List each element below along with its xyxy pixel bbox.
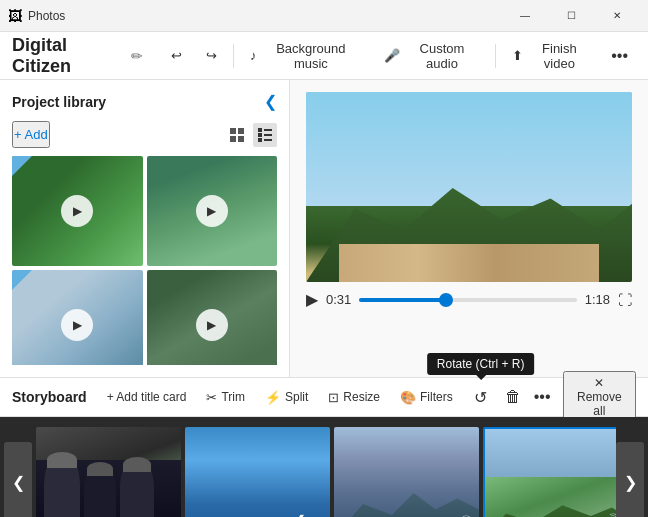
resize-button[interactable]: ⊡ Resize xyxy=(320,387,388,408)
undo-icon: ↩ xyxy=(171,48,182,63)
film-items: 🖼 3.0 Digital Citizen ❮ 🖼 3.0 📷 25.77 🔊 xyxy=(32,427,616,517)
film-item-4[interactable]: 📷 9.8 🔊 xyxy=(483,427,616,517)
seek-bar[interactable] xyxy=(359,298,576,302)
media-item-3[interactable]: ▶ xyxy=(12,270,143,365)
delete-button[interactable]: 🗑 xyxy=(501,381,526,413)
maximize-button[interactable]: ☐ xyxy=(548,0,594,32)
resize-icon: ⊡ xyxy=(328,390,339,405)
media-item-2[interactable]: ▶ xyxy=(147,156,278,266)
media-grid: ▶ ▶ ▶ ▶ xyxy=(12,156,277,365)
play-overlay-3[interactable]: ▶ xyxy=(61,309,93,341)
minimize-button[interactable]: — xyxy=(502,0,548,32)
app-toolbar: Digital Citizen ✏ ↩ ↪ ♪ Background music… xyxy=(0,32,648,80)
film-item-2[interactable]: Digital Citizen ❮ 🖼 3.0 xyxy=(185,427,330,517)
film-item-3[interactable]: 📷 25.77 🔊 xyxy=(334,427,479,517)
share-icon: ⬆ xyxy=(512,48,523,63)
background-music-button[interactable]: ♪ Background music xyxy=(238,37,372,75)
more-options-button[interactable]: ••• xyxy=(603,43,636,69)
list-view-button[interactable] xyxy=(253,123,277,147)
svg-rect-4 xyxy=(258,128,262,132)
fullscreen-button[interactable]: ⛶ xyxy=(618,292,632,308)
app-icon: 🖼 xyxy=(8,8,22,24)
remove-all-button[interactable]: ✕ Remove all xyxy=(563,371,636,423)
play-overlay-1[interactable]: ▶ xyxy=(61,195,93,227)
split-button[interactable]: ⚡ Split xyxy=(257,387,316,408)
time-total: 1:18 xyxy=(585,292,610,307)
panel-title: Project library xyxy=(12,94,106,110)
finish-video-button[interactable]: ⬆ Finish video xyxy=(500,37,604,75)
toolbar-divider-2 xyxy=(495,44,496,68)
grid-view-button[interactable] xyxy=(225,123,249,147)
filters-icon: 🎨 xyxy=(400,390,416,405)
main-content: Project library ❮ + Add ▶ ▶ xyxy=(0,80,648,377)
svg-rect-0 xyxy=(230,128,236,134)
media-item-4[interactable]: ▶ xyxy=(147,270,278,365)
media-item-1[interactable]: ▶ xyxy=(12,156,143,266)
edit-icon[interactable]: ✏ xyxy=(131,48,143,64)
trim-button[interactable]: ✂ Trim xyxy=(198,387,253,408)
svg-rect-5 xyxy=(258,133,262,137)
project-library-panel: Project library ❮ + Add ▶ ▶ xyxy=(0,80,290,377)
rotate-tooltip: Rotate (Ctrl + R) xyxy=(427,353,535,375)
play-button[interactable]: ▶ xyxy=(306,290,318,309)
filmstrip: ❮ 🖼 3.0 Digital Citizen xyxy=(0,417,648,517)
custom-audio-button[interactable]: 🎤 Custom audio xyxy=(372,37,490,75)
play-overlay-2[interactable]: ▶ xyxy=(196,195,228,227)
svg-rect-3 xyxy=(238,136,244,142)
music-icon: ♪ xyxy=(250,48,257,63)
svg-rect-6 xyxy=(258,138,262,142)
window-controls: — ☐ ✕ xyxy=(502,0,640,32)
corner-accent-2 xyxy=(12,270,32,290)
close-button[interactable]: ✕ xyxy=(594,0,640,32)
audio-icon-4: 🔊 xyxy=(603,513,616,517)
svg-rect-1 xyxy=(238,128,244,134)
add-media-button[interactable]: + Add xyxy=(12,121,50,148)
preview-panel: ▶ 0:31 1:18 ⛶ xyxy=(290,80,648,377)
playback-controls: ▶ 0:31 1:18 ⛶ xyxy=(306,282,632,313)
add-title-card-button[interactable]: + Add title card xyxy=(99,387,195,407)
panel-header: Project library ❮ xyxy=(12,92,277,111)
film-item-1[interactable]: 🖼 3.0 xyxy=(36,427,181,517)
trim-icon: ✂ xyxy=(206,390,217,405)
corner-accent xyxy=(12,156,32,176)
filters-button[interactable]: 🎨 Filters xyxy=(392,387,461,408)
filmstrip-next-button[interactable]: ❯ xyxy=(616,442,644,517)
add-row: + Add xyxy=(12,121,277,148)
view-toggle xyxy=(225,123,277,147)
audio-icon: 🎤 xyxy=(384,48,400,63)
svg-rect-8 xyxy=(264,134,272,136)
storyboard-bar: Storyboard + Add title card ✂ Trim ⚡ Spl… xyxy=(0,377,648,417)
time-current: 0:31 xyxy=(326,292,351,307)
redo-icon: ↪ xyxy=(206,48,217,63)
rotate-button[interactable]: ↺ xyxy=(465,381,497,413)
filmstrip-prev-button[interactable]: ❮ xyxy=(4,442,32,517)
houses-layer xyxy=(339,244,600,282)
video-preview xyxy=(306,92,632,282)
svg-rect-9 xyxy=(264,139,272,141)
seek-fill xyxy=(359,298,446,302)
redo-button[interactable]: ↪ xyxy=(194,44,229,67)
sky-layer xyxy=(306,92,632,206)
collapse-button[interactable]: ❮ xyxy=(264,92,277,111)
rotate-group: ↺ Rotate (Ctrl + R) xyxy=(465,381,497,413)
undo-button[interactable]: ↩ xyxy=(159,44,194,67)
play-overlay-4[interactable]: ▶ xyxy=(196,309,228,341)
seek-thumb[interactable] xyxy=(439,293,453,307)
storyboard-title: Storyboard xyxy=(12,389,87,405)
svg-rect-2 xyxy=(230,136,236,142)
app-title: Digital Citizen xyxy=(12,35,123,77)
more-storyboard-button[interactable]: ••• xyxy=(530,381,555,413)
svg-rect-7 xyxy=(264,129,272,131)
split-icon: ⚡ xyxy=(265,390,281,405)
title-bar: 🖼 Photos — ☐ ✕ xyxy=(0,0,648,32)
window-title: Photos xyxy=(28,9,502,23)
toolbar-divider xyxy=(233,44,234,68)
